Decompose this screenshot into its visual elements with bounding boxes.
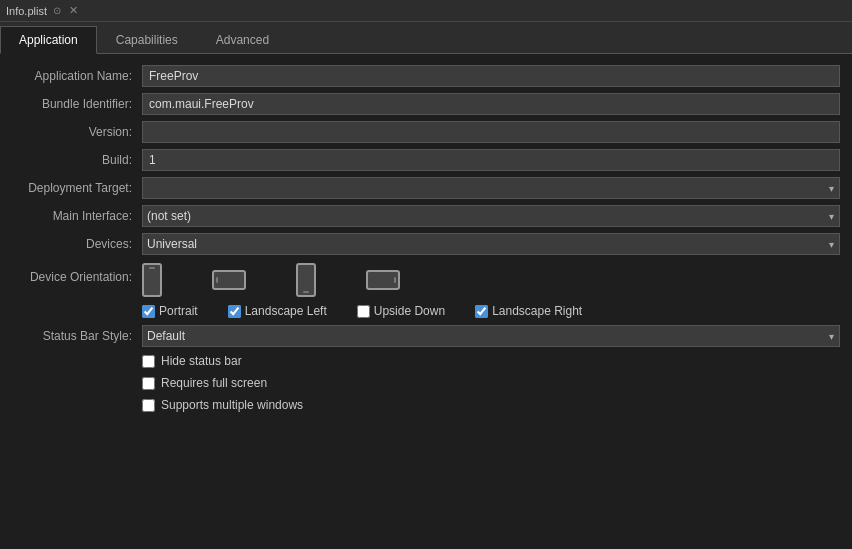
main-interface-control: (not set): [142, 205, 840, 227]
portrait-check-label: Portrait: [142, 304, 198, 318]
status-bar-style-row: Status Bar Style: Default Dark Light: [0, 322, 852, 350]
devices-row: Devices: Universal iPhone iPad: [0, 230, 852, 258]
portrait-icon-wrapper: [142, 262, 162, 298]
landscape-left-check-label: Landscape Left: [228, 304, 327, 318]
orientation-content: Portrait Landscape Left Upside Down Land…: [142, 262, 840, 318]
deployment-target-control: [142, 177, 840, 199]
app-name-control: [142, 65, 840, 87]
status-bar-style-control: Default Dark Light: [142, 325, 840, 347]
devices-select[interactable]: Universal iPhone iPad: [142, 233, 840, 255]
app-name-label: Application Name:: [12, 69, 142, 83]
hide-status-bar-checkbox[interactable]: [142, 355, 155, 368]
landscape-right-checkbox[interactable]: [475, 305, 488, 318]
orientation-upside-down-item: [296, 262, 316, 298]
deployment-target-label: Deployment Target:: [12, 181, 142, 195]
landscape-right-icon: [366, 270, 400, 290]
content-area: Application Name: Bundle Identifier: Ver…: [0, 54, 852, 549]
close-button[interactable]: ✕: [69, 4, 78, 17]
landscape-left-icon: [212, 270, 246, 290]
upside-down-icon: [296, 263, 316, 297]
orientation-portrait-item: [142, 262, 162, 298]
tab-advanced[interactable]: Advanced: [197, 25, 288, 53]
bundle-id-label: Bundle Identifier:: [12, 97, 142, 111]
devices-label: Devices:: [12, 237, 142, 251]
devices-control: Universal iPhone iPad: [142, 233, 840, 255]
portrait-checkbox[interactable]: [142, 305, 155, 318]
device-orientation-label: Device Orientation:: [12, 262, 142, 284]
orientation-checks-row: Portrait Landscape Left Upside Down Land…: [142, 304, 840, 318]
supports-multiple-windows-text: Supports multiple windows: [161, 398, 303, 412]
svg-rect-3: [216, 277, 218, 283]
portrait-icon: [142, 263, 162, 297]
supports-multiple-windows-label[interactable]: Supports multiple windows: [142, 398, 303, 412]
hide-status-bar-row: Hide status bar: [0, 350, 852, 372]
file-title: Info.plist: [6, 5, 47, 17]
status-bar-style-select[interactable]: Default Dark Light: [142, 325, 840, 347]
version-control: [142, 121, 840, 143]
build-input[interactable]: [142, 149, 840, 171]
orientation-landscape-left-item: [212, 262, 246, 298]
version-row: Version:: [0, 118, 852, 146]
title-bar: Info.plist ⊙ ✕: [0, 0, 852, 22]
version-input[interactable]: [142, 121, 840, 143]
supports-multiple-windows-row: Supports multiple windows: [0, 394, 852, 416]
landscape-left-icon-wrapper: [212, 262, 246, 298]
main-interface-row: Main Interface: (not set): [0, 202, 852, 230]
bundle-id-row: Bundle Identifier:: [0, 90, 852, 118]
pin-icon[interactable]: ⊙: [53, 5, 61, 16]
upside-down-label[interactable]: Upside Down: [374, 304, 445, 318]
orientation-landscape-right-item: [366, 262, 400, 298]
tab-capabilities[interactable]: Capabilities: [97, 25, 197, 53]
svg-rect-7: [394, 277, 396, 283]
app-name-input[interactable]: [142, 65, 840, 87]
device-orientation-row: Device Orientation:: [0, 258, 852, 322]
requires-full-screen-text: Requires full screen: [161, 376, 267, 390]
build-control: [142, 149, 840, 171]
requires-full-screen-row: Requires full screen: [0, 372, 852, 394]
landscape-left-label[interactable]: Landscape Left: [245, 304, 327, 318]
supports-multiple-windows-checkbox[interactable]: [142, 399, 155, 412]
build-label: Build:: [12, 153, 142, 167]
requires-full-screen-label[interactable]: Requires full screen: [142, 376, 267, 390]
app-name-row: Application Name:: [0, 62, 852, 90]
requires-full-screen-checkbox[interactable]: [142, 377, 155, 390]
landscape-right-label[interactable]: Landscape Right: [492, 304, 582, 318]
upside-down-checkbox[interactable]: [357, 305, 370, 318]
orientation-icons-row: [142, 262, 840, 298]
tab-application[interactable]: Application: [0, 26, 97, 54]
hide-status-bar-label[interactable]: Hide status bar: [142, 354, 242, 368]
main-interface-select[interactable]: (not set): [142, 205, 840, 227]
bundle-id-control: [142, 93, 840, 115]
landscape-right-icon-wrapper: [366, 262, 400, 298]
landscape-left-checkbox[interactable]: [228, 305, 241, 318]
build-row: Build:: [0, 146, 852, 174]
tab-bar: Application Capabilities Advanced: [0, 22, 852, 54]
svg-rect-5: [303, 291, 309, 293]
portrait-label[interactable]: Portrait: [159, 304, 198, 318]
version-label: Version:: [12, 125, 142, 139]
hide-status-bar-text: Hide status bar: [161, 354, 242, 368]
bundle-id-input[interactable]: [142, 93, 840, 115]
deployment-target-select[interactable]: [142, 177, 840, 199]
status-bar-style-label: Status Bar Style:: [12, 329, 142, 343]
upside-down-icon-wrapper: [296, 262, 316, 298]
deployment-target-row: Deployment Target:: [0, 174, 852, 202]
landscape-right-check-label: Landscape Right: [475, 304, 582, 318]
upside-down-check-label: Upside Down: [357, 304, 445, 318]
main-interface-label: Main Interface:: [12, 209, 142, 223]
svg-rect-1: [149, 267, 155, 269]
